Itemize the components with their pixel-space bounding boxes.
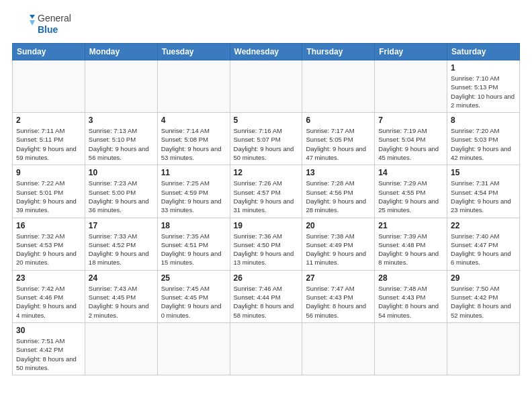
day-number: 18	[161, 221, 226, 230]
day-number: 25	[161, 273, 226, 283]
generalblue-icon	[12, 12, 36, 36]
calendar-day-cell: 15Sunrise: 7:31 AM Sunset: 4:54 PM Dayli…	[447, 165, 520, 218]
day-info: Sunrise: 7:38 AM Sunset: 4:49 PM Dayligh…	[306, 232, 371, 267]
day-info: Sunrise: 7:17 AM Sunset: 5:05 PM Dayligh…	[306, 126, 371, 162]
day-info: Sunrise: 7:28 AM Sunset: 4:56 PM Dayligh…	[306, 179, 371, 214]
day-number: 3	[89, 116, 154, 125]
day-info: Sunrise: 7:20 AM Sunset: 5:03 PM Dayligh…	[451, 126, 516, 162]
calendar-day-cell: 23Sunrise: 7:42 AM Sunset: 4:46 PM Dayli…	[13, 270, 85, 322]
logo-general: General	[38, 13, 71, 24]
calendar-day-cell: 2Sunrise: 7:11 AM Sunset: 5:11 PM Daylig…	[13, 113, 85, 165]
day-number: 1	[451, 63, 516, 73]
calendar-day-cell: 27Sunrise: 7:47 AM Sunset: 4:43 PM Dayli…	[302, 270, 375, 322]
calendar-day-cell: 10Sunrise: 7:23 AM Sunset: 5:00 PM Dayli…	[85, 165, 157, 218]
calendar-day-cell: 25Sunrise: 7:45 AM Sunset: 4:45 PM Dayli…	[157, 270, 230, 322]
calendar-day-cell: 6Sunrise: 7:17 AM Sunset: 5:05 PM Daylig…	[302, 113, 375, 165]
day-info: Sunrise: 7:11 AM Sunset: 5:11 PM Dayligh…	[16, 126, 81, 162]
day-info: Sunrise: 7:19 AM Sunset: 5:04 PM Dayligh…	[378, 126, 443, 162]
calendar-week-row: 2Sunrise: 7:11 AM Sunset: 5:11 PM Daylig…	[13, 113, 520, 165]
calendar-day-cell	[375, 322, 447, 375]
calendar-day-cell: 17Sunrise: 7:33 AM Sunset: 4:52 PM Dayli…	[85, 218, 157, 270]
calendar-day-cell: 24Sunrise: 7:43 AM Sunset: 4:45 PM Dayli…	[85, 270, 157, 322]
calendar-day-cell: 14Sunrise: 7:29 AM Sunset: 4:55 PM Dayli…	[375, 165, 447, 218]
day-info: Sunrise: 7:29 AM Sunset: 4:55 PM Dayligh…	[378, 179, 443, 214]
day-number: 24	[89, 273, 154, 283]
day-number: 27	[306, 273, 371, 283]
day-number: 7	[378, 116, 443, 125]
day-number: 23	[16, 273, 81, 283]
day-number: 19	[234, 221, 299, 230]
day-info: Sunrise: 7:43 AM Sunset: 4:45 PM Dayligh…	[89, 284, 154, 320]
calendar-day-cell: 29Sunrise: 7:50 AM Sunset: 4:42 PM Dayli…	[447, 270, 520, 322]
calendar-day-cell: 20Sunrise: 7:38 AM Sunset: 4:49 PM Dayli…	[302, 218, 375, 270]
logo-container: General Blue	[12, 12, 71, 36]
day-number: 28	[378, 273, 443, 283]
day-number: 9	[16, 168, 81, 177]
day-number: 13	[306, 168, 371, 177]
day-info: Sunrise: 7:42 AM Sunset: 4:46 PM Dayligh…	[16, 284, 81, 320]
calendar-day-cell	[447, 322, 520, 375]
day-info: Sunrise: 7:31 AM Sunset: 4:54 PM Dayligh…	[451, 179, 516, 214]
day-number: 30	[16, 326, 81, 335]
day-number: 16	[16, 221, 81, 230]
calendar-day-cell: 21Sunrise: 7:39 AM Sunset: 4:48 PM Dayli…	[375, 218, 447, 270]
day-info: Sunrise: 7:46 AM Sunset: 4:44 PM Dayligh…	[234, 284, 299, 320]
calendar-day-cell: 7Sunrise: 7:19 AM Sunset: 5:04 PM Daylig…	[375, 113, 447, 165]
calendar-day-cell: 13Sunrise: 7:28 AM Sunset: 4:56 PM Dayli…	[302, 165, 375, 218]
day-number: 10	[89, 168, 154, 177]
calendar-day-cell: 26Sunrise: 7:46 AM Sunset: 4:44 PM Dayli…	[230, 270, 302, 322]
weekday-header: Monday	[85, 44, 157, 60]
calendar-week-row: 23Sunrise: 7:42 AM Sunset: 4:46 PM Dayli…	[13, 270, 520, 322]
day-info: Sunrise: 7:40 AM Sunset: 4:47 PM Dayligh…	[451, 232, 516, 267]
calendar-week-row: 9Sunrise: 7:22 AM Sunset: 5:01 PM Daylig…	[13, 165, 520, 218]
weekday-header: Friday	[375, 44, 447, 60]
day-number: 15	[451, 168, 516, 177]
svg-marker-1	[30, 20, 35, 26]
day-number: 26	[234, 273, 299, 283]
page: General Blue SundayMondayTuesdayWednesda…	[0, 0, 532, 411]
calendar-table: SundayMondayTuesdayWednesdayThursdayFrid…	[12, 43, 520, 375]
day-info: Sunrise: 7:13 AM Sunset: 5:10 PM Dayligh…	[89, 126, 154, 162]
day-info: Sunrise: 7:22 AM Sunset: 5:01 PM Dayligh…	[16, 179, 81, 214]
calendar-day-cell: 18Sunrise: 7:35 AM Sunset: 4:51 PM Dayli…	[157, 218, 230, 270]
day-info: Sunrise: 7:36 AM Sunset: 4:50 PM Dayligh…	[234, 232, 299, 267]
day-info: Sunrise: 7:35 AM Sunset: 4:51 PM Dayligh…	[161, 232, 226, 267]
weekday-header: Sunday	[13, 44, 85, 60]
day-info: Sunrise: 7:48 AM Sunset: 4:43 PM Dayligh…	[378, 284, 443, 320]
calendar-day-cell: 28Sunrise: 7:48 AM Sunset: 4:43 PM Dayli…	[375, 270, 447, 322]
calendar-day-cell	[157, 322, 230, 375]
calendar-day-cell: 12Sunrise: 7:26 AM Sunset: 4:57 PM Dayli…	[230, 165, 302, 218]
day-info: Sunrise: 7:39 AM Sunset: 4:48 PM Dayligh…	[378, 232, 443, 267]
day-number: 22	[451, 221, 516, 230]
calendar-week-row: 30Sunrise: 7:51 AM Sunset: 4:42 PM Dayli…	[13, 322, 520, 375]
day-number: 6	[306, 116, 371, 125]
calendar-day-cell: 11Sunrise: 7:25 AM Sunset: 4:59 PM Dayli…	[157, 165, 230, 218]
day-info: Sunrise: 7:23 AM Sunset: 5:00 PM Dayligh…	[89, 179, 154, 214]
calendar-day-cell: 4Sunrise: 7:14 AM Sunset: 5:08 PM Daylig…	[157, 113, 230, 165]
header: General Blue	[12, 12, 520, 36]
day-info: Sunrise: 7:45 AM Sunset: 4:45 PM Dayligh…	[161, 284, 226, 320]
day-info: Sunrise: 7:26 AM Sunset: 4:57 PM Dayligh…	[234, 179, 299, 214]
calendar-day-cell	[230, 322, 302, 375]
calendar-week-row: 1Sunrise: 7:10 AM Sunset: 5:13 PM Daylig…	[13, 60, 520, 113]
weekday-header: Wednesday	[230, 44, 302, 60]
day-number: 14	[378, 168, 443, 177]
calendar-day-cell: 16Sunrise: 7:32 AM Sunset: 4:53 PM Dayli…	[13, 218, 85, 270]
logo-area: General Blue	[12, 12, 71, 36]
weekday-header: Tuesday	[157, 44, 230, 60]
calendar-day-cell	[302, 60, 375, 113]
calendar-header-row: SundayMondayTuesdayWednesdayThursdayFrid…	[13, 44, 520, 60]
day-number: 4	[161, 116, 226, 125]
logo-blue: Blue	[38, 24, 71, 36]
day-info: Sunrise: 7:51 AM Sunset: 4:42 PM Dayligh…	[16, 336, 81, 372]
calendar-day-cell: 3Sunrise: 7:13 AM Sunset: 5:10 PM Daylig…	[85, 113, 157, 165]
day-number: 2	[16, 116, 81, 125]
day-info: Sunrise: 7:16 AM Sunset: 5:07 PM Dayligh…	[234, 126, 299, 162]
calendar-day-cell: 5Sunrise: 7:16 AM Sunset: 5:07 PM Daylig…	[230, 113, 302, 165]
calendar-day-cell: 9Sunrise: 7:22 AM Sunset: 5:01 PM Daylig…	[13, 165, 85, 218]
calendar-day-cell: 8Sunrise: 7:20 AM Sunset: 5:03 PM Daylig…	[447, 113, 520, 165]
day-number: 29	[451, 273, 516, 283]
day-info: Sunrise: 7:50 AM Sunset: 4:42 PM Dayligh…	[451, 284, 516, 320]
day-info: Sunrise: 7:47 AM Sunset: 4:43 PM Dayligh…	[306, 284, 371, 320]
day-info: Sunrise: 7:14 AM Sunset: 5:08 PM Dayligh…	[161, 126, 226, 162]
